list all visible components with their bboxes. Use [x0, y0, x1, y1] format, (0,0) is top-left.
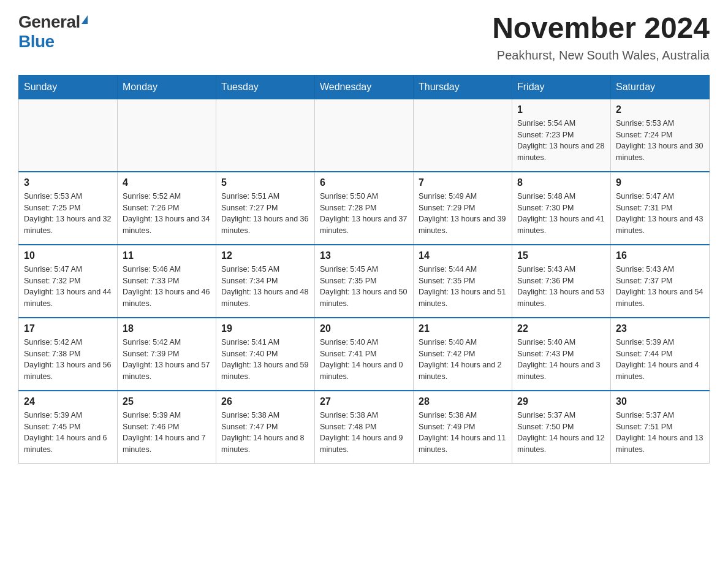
day-info: Sunrise: 5:49 AMSunset: 7:29 PMDaylight:… [419, 191, 507, 237]
calendar-cell: 6Sunrise: 5:50 AMSunset: 7:28 PMDaylight… [315, 172, 414, 245]
title-section: November 2024 Peakhurst, New South Wales… [492, 12, 710, 63]
day-number: 14 [419, 250, 507, 261]
week-row-3: 10Sunrise: 5:47 AMSunset: 7:32 PMDayligh… [19, 245, 710, 318]
calendar-cell [315, 99, 414, 172]
day-number: 9 [616, 177, 704, 188]
weekday-header-thursday: Thursday [414, 75, 512, 99]
calendar-cell: 23Sunrise: 5:39 AMSunset: 7:44 PMDayligh… [611, 318, 710, 391]
day-info: Sunrise: 5:40 AMSunset: 7:41 PMDaylight:… [320, 337, 408, 383]
logo-blue-text: Blue [18, 32, 55, 51]
day-number: 5 [221, 177, 309, 188]
calendar-cell [414, 99, 512, 172]
week-row-4: 17Sunrise: 5:42 AMSunset: 7:38 PMDayligh… [19, 318, 710, 391]
calendar-cell: 7Sunrise: 5:49 AMSunset: 7:29 PMDaylight… [414, 172, 512, 245]
day-number: 30 [616, 396, 704, 407]
day-info: Sunrise: 5:40 AMSunset: 7:43 PMDaylight:… [517, 337, 605, 383]
day-info: Sunrise: 5:45 AMSunset: 7:34 PMDaylight:… [221, 264, 309, 310]
weekday-header-tuesday: Tuesday [216, 75, 315, 99]
weekday-header-wednesday: Wednesday [315, 75, 414, 99]
calendar-cell: 16Sunrise: 5:43 AMSunset: 7:37 PMDayligh… [611, 245, 710, 318]
day-info: Sunrise: 5:38 AMSunset: 7:48 PMDaylight:… [320, 410, 408, 456]
calendar-cell: 20Sunrise: 5:40 AMSunset: 7:41 PMDayligh… [315, 318, 414, 391]
day-number: 17 [24, 323, 112, 334]
day-info: Sunrise: 5:39 AMSunset: 7:44 PMDaylight:… [616, 337, 704, 383]
day-info: Sunrise: 5:40 AMSunset: 7:42 PMDaylight:… [419, 337, 507, 383]
calendar-cell: 22Sunrise: 5:40 AMSunset: 7:43 PMDayligh… [512, 318, 611, 391]
calendar-cell: 27Sunrise: 5:38 AMSunset: 7:48 PMDayligh… [315, 391, 414, 464]
calendar-cell: 25Sunrise: 5:39 AMSunset: 7:46 PMDayligh… [118, 391, 216, 464]
week-row-2: 3Sunrise: 5:53 AMSunset: 7:25 PMDaylight… [19, 172, 710, 245]
calendar-cell [19, 99, 118, 172]
day-number: 15 [517, 250, 605, 261]
day-number: 24 [24, 396, 112, 407]
logo: General Blue [18, 12, 88, 52]
weekday-header-friday: Friday [512, 75, 611, 99]
day-info: Sunrise: 5:37 AMSunset: 7:50 PMDaylight:… [517, 410, 605, 456]
day-number: 1 [517, 104, 605, 115]
calendar-header-row: SundayMondayTuesdayWednesdayThursdayFrid… [19, 75, 710, 99]
calendar-cell: 9Sunrise: 5:47 AMSunset: 7:31 PMDaylight… [611, 172, 710, 245]
weekday-header-saturday: Saturday [611, 75, 710, 99]
calendar-cell: 15Sunrise: 5:43 AMSunset: 7:36 PMDayligh… [512, 245, 611, 318]
day-info: Sunrise: 5:47 AMSunset: 7:31 PMDaylight:… [616, 191, 704, 237]
location-title: Peakhurst, New South Wales, Australia [492, 48, 710, 63]
calendar-cell: 29Sunrise: 5:37 AMSunset: 7:50 PMDayligh… [512, 391, 611, 464]
day-number: 16 [616, 250, 704, 261]
logo-general-text: General [18, 12, 80, 32]
calendar-cell: 8Sunrise: 5:48 AMSunset: 7:30 PMDaylight… [512, 172, 611, 245]
day-number: 10 [24, 250, 112, 261]
day-info: Sunrise: 5:43 AMSunset: 7:36 PMDaylight:… [517, 264, 605, 310]
day-info: Sunrise: 5:46 AMSunset: 7:33 PMDaylight:… [123, 264, 211, 310]
calendar-cell: 4Sunrise: 5:52 AMSunset: 7:26 PMDaylight… [118, 172, 216, 245]
day-info: Sunrise: 5:41 AMSunset: 7:40 PMDaylight:… [221, 337, 309, 383]
day-number: 29 [517, 396, 605, 407]
day-number: 23 [616, 323, 704, 334]
calendar-cell: 17Sunrise: 5:42 AMSunset: 7:38 PMDayligh… [19, 318, 118, 391]
calendar-cell: 13Sunrise: 5:45 AMSunset: 7:35 PMDayligh… [315, 245, 414, 318]
calendar-cell: 30Sunrise: 5:37 AMSunset: 7:51 PMDayligh… [611, 391, 710, 464]
day-info: Sunrise: 5:42 AMSunset: 7:39 PMDaylight:… [123, 337, 211, 383]
day-info: Sunrise: 5:52 AMSunset: 7:26 PMDaylight:… [123, 191, 211, 237]
day-info: Sunrise: 5:53 AMSunset: 7:25 PMDaylight:… [24, 191, 112, 237]
weekday-header-sunday: Sunday [19, 75, 118, 99]
day-info: Sunrise: 5:50 AMSunset: 7:28 PMDaylight:… [320, 191, 408, 237]
day-info: Sunrise: 5:39 AMSunset: 7:45 PMDaylight:… [24, 410, 112, 456]
page-header: General Blue November 2024 Peakhurst, Ne… [18, 12, 710, 63]
day-number: 2 [616, 104, 704, 115]
day-number: 26 [221, 396, 309, 407]
day-info: Sunrise: 5:51 AMSunset: 7:27 PMDaylight:… [221, 191, 309, 237]
calendar-cell: 21Sunrise: 5:40 AMSunset: 7:42 PMDayligh… [414, 318, 512, 391]
day-number: 4 [123, 177, 211, 188]
calendar-cell: 19Sunrise: 5:41 AMSunset: 7:40 PMDayligh… [216, 318, 315, 391]
day-number: 3 [24, 177, 112, 188]
calendar-cell: 24Sunrise: 5:39 AMSunset: 7:45 PMDayligh… [19, 391, 118, 464]
day-number: 28 [419, 396, 507, 407]
month-title: November 2024 [492, 12, 710, 45]
calendar-cell: 28Sunrise: 5:38 AMSunset: 7:49 PMDayligh… [414, 391, 512, 464]
day-info: Sunrise: 5:42 AMSunset: 7:38 PMDaylight:… [24, 337, 112, 383]
logo-triangle-icon [82, 15, 88, 24]
calendar-cell: 14Sunrise: 5:44 AMSunset: 7:35 PMDayligh… [414, 245, 512, 318]
day-info: Sunrise: 5:53 AMSunset: 7:24 PMDaylight:… [616, 118, 704, 164]
day-number: 20 [320, 323, 408, 334]
calendar-cell [118, 99, 216, 172]
day-info: Sunrise: 5:54 AMSunset: 7:23 PMDaylight:… [517, 118, 605, 164]
day-info: Sunrise: 5:38 AMSunset: 7:47 PMDaylight:… [221, 410, 309, 456]
calendar-cell: 2Sunrise: 5:53 AMSunset: 7:24 PMDaylight… [611, 99, 710, 172]
calendar-cell: 1Sunrise: 5:54 AMSunset: 7:23 PMDaylight… [512, 99, 611, 172]
calendar-cell [216, 99, 315, 172]
week-row-1: 1Sunrise: 5:54 AMSunset: 7:23 PMDaylight… [19, 99, 710, 172]
day-number: 6 [320, 177, 408, 188]
day-info: Sunrise: 5:43 AMSunset: 7:37 PMDaylight:… [616, 264, 704, 310]
day-info: Sunrise: 5:44 AMSunset: 7:35 PMDaylight:… [419, 264, 507, 310]
day-info: Sunrise: 5:47 AMSunset: 7:32 PMDaylight:… [24, 264, 112, 310]
day-number: 25 [123, 396, 211, 407]
day-number: 11 [123, 250, 211, 261]
day-number: 7 [419, 177, 507, 188]
weekday-header-monday: Monday [118, 75, 216, 99]
calendar-cell: 5Sunrise: 5:51 AMSunset: 7:27 PMDaylight… [216, 172, 315, 245]
day-info: Sunrise: 5:45 AMSunset: 7:35 PMDaylight:… [320, 264, 408, 310]
calendar-cell: 12Sunrise: 5:45 AMSunset: 7:34 PMDayligh… [216, 245, 315, 318]
day-number: 12 [221, 250, 309, 261]
day-number: 18 [123, 323, 211, 334]
